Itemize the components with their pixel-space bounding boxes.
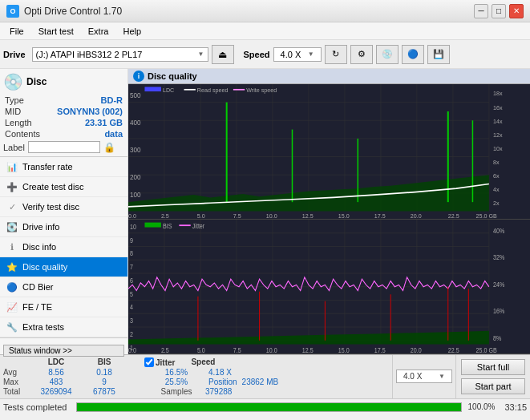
total-ldc: 3269094 xyxy=(32,387,80,396)
svg-text:2: 2 xyxy=(130,330,133,338)
bis-chart: 10 9 8 7 6 5 4 3 2 1 40% 32% 24% 16% 8% xyxy=(128,220,530,355)
svg-text:2.5: 2.5 xyxy=(161,212,169,218)
svg-text:7.5: 7.5 xyxy=(233,346,241,353)
refresh-button[interactable]: ↻ xyxy=(325,45,347,64)
disc2-button[interactable]: 🔵 xyxy=(402,45,424,64)
save-button[interactable]: 💾 xyxy=(427,45,450,64)
main-layout: 💿 Disc Type BD-R MID SONYNN3 (002) Lengt… xyxy=(0,69,530,354)
quality-icon: ⭐ xyxy=(6,261,18,273)
title-bar: O Opti Drive Control 1.70 ─ □ ✕ xyxy=(0,0,530,22)
svg-text:24%: 24% xyxy=(493,281,504,289)
ldc-chart-svg: 500 400 300 200 100 18x 16x 14x 12x 10x … xyxy=(128,84,530,219)
jitter-checkbox[interactable] xyxy=(144,357,154,367)
eject-icon: ⏏ xyxy=(218,49,227,60)
position-label: Position xyxy=(208,378,237,386)
status-bar: Tests completed 100.0% 33:15 xyxy=(0,398,530,414)
drive-dropdown[interactable]: (J:) ATAPI iHBS312 2 PL17 ▼ xyxy=(32,47,208,62)
sidebar-item-cd-bier[interactable]: 🔵 CD Bier xyxy=(0,277,127,297)
svg-text:20.0: 20.0 xyxy=(411,212,422,218)
sidebar-item-disc-quality[interactable]: ⭐ Disc quality xyxy=(0,257,127,277)
sidebar: 💿 Disc Type BD-R MID SONYNN3 (002) Lengt… xyxy=(0,69,128,354)
ldc-chart: 500 400 300 200 100 18x 16x 14x 12x 10x … xyxy=(128,84,530,220)
sidebar-label-drive-info: Drive info xyxy=(22,222,59,232)
disc-type-label: Type xyxy=(5,95,24,105)
sidebar-label-verify-test-disc: Verify test disc xyxy=(22,202,79,212)
avg-jitter: 16.5% xyxy=(152,368,200,377)
sidebar-item-disc-info[interactable]: ℹ Disc info xyxy=(0,237,127,257)
disc-length-label: Length xyxy=(5,118,32,127)
sidebar-item-transfer-rate[interactable]: 📊 Transfer rate xyxy=(0,157,127,177)
progress-text: 100.0% xyxy=(468,402,496,411)
svg-text:2x: 2x xyxy=(493,199,500,206)
drive-icon: 💽 xyxy=(6,221,18,232)
stats-header-empty xyxy=(3,357,32,367)
max-label: Max xyxy=(3,378,32,386)
sidebar-item-verify-test-disc[interactable]: ✓ Verify test disc xyxy=(0,197,127,217)
svg-text:400: 400 xyxy=(130,119,141,127)
disc-type-value: BD-R xyxy=(101,95,123,105)
nav-items: 📊 Transfer rate ➕ Create test disc ✓ Ver… xyxy=(0,157,127,337)
svg-text:Read speed: Read speed xyxy=(197,87,229,94)
menu-help[interactable]: Help xyxy=(116,25,148,38)
svg-text:5.0: 5.0 xyxy=(197,346,206,353)
svg-text:10: 10 xyxy=(130,223,137,231)
content-area: i Disc quality xyxy=(128,69,530,354)
start-part-button[interactable]: Start part xyxy=(461,378,525,394)
stats-max-row: Max 483 9 25.5% Position 23862 MB xyxy=(3,378,389,386)
svg-text:4x: 4x xyxy=(493,185,500,192)
panel-title: Disc quality xyxy=(148,71,197,81)
speed-dropdown[interactable]: 4.0 X ▼ xyxy=(273,47,322,62)
start-full-button[interactable]: Start full xyxy=(461,359,525,375)
sidebar-label-fe-te: FE / TE xyxy=(22,302,52,312)
sidebar-item-create-test-disc[interactable]: ➕ Create test disc xyxy=(0,177,127,197)
avg-ldc: 8.56 xyxy=(32,368,80,377)
action-buttons: Start full Start part xyxy=(455,355,530,398)
status-text: Tests completed xyxy=(3,402,67,412)
sidebar-item-drive-info[interactable]: 💽 Drive info xyxy=(0,217,127,237)
maximize-button[interactable]: □ xyxy=(492,4,506,18)
svg-text:22.5: 22.5 xyxy=(448,212,459,218)
chevron-down-icon: ▼ xyxy=(198,50,204,58)
sidebar-item-fe-te[interactable]: 📈 FE / TE xyxy=(0,297,127,317)
sidebar-label-cd-bier: CD Bier xyxy=(22,282,54,292)
window-controls: ─ □ ✕ xyxy=(474,4,524,18)
sidebar-item-extra-tests[interactable]: 🔧 Extra tests xyxy=(0,317,127,337)
max-ldc: 483 xyxy=(32,378,80,386)
toolbar: Drive (J:) ATAPI iHBS312 2 PL17 ▼ ⏏ Spee… xyxy=(0,40,530,69)
svg-text:3: 3 xyxy=(130,317,133,325)
disc-length-value: 23.31 GB xyxy=(85,118,123,127)
disc1-button[interactable]: 💿 xyxy=(376,45,399,64)
svg-text:17.5: 17.5 xyxy=(374,212,386,218)
bis-chart-svg: 10 9 8 7 6 5 4 3 2 1 40% 32% 24% 16% 8% xyxy=(128,220,530,354)
sidebar-label-disc-info: Disc info xyxy=(22,242,56,252)
stats-avg-row: Avg 8.56 0.18 16.5% 4.18 X xyxy=(3,368,389,377)
menu-extra[interactable]: Extra xyxy=(82,25,115,38)
disc-panel: 💿 Disc Type BD-R MID SONYNN3 (002) Lengt… xyxy=(0,69,127,157)
disc-length-row: Length 23.31 GB xyxy=(3,117,124,128)
svg-rect-107 xyxy=(144,222,160,227)
verify-icon: ✓ xyxy=(6,201,18,212)
extra-icon: 🔧 xyxy=(6,321,18,333)
quality-header-icon: i xyxy=(133,71,144,82)
progress-bar-fill xyxy=(77,403,460,411)
svg-text:Jitter: Jitter xyxy=(192,222,205,230)
avg-label: Avg xyxy=(3,368,32,377)
settings-button[interactable]: ⚙ xyxy=(350,45,373,64)
stats-speed-dropdown[interactable]: 4.0 X ▼ xyxy=(396,370,452,383)
stats-buttons-row: LDC BIS Jitter Speed Avg 8.56 0.18 16.5%… xyxy=(0,355,530,398)
svg-text:LDC: LDC xyxy=(163,87,175,94)
disc-label-input[interactable] xyxy=(28,141,100,153)
stats-header-bis: BIS xyxy=(80,357,128,367)
menu-file[interactable]: File xyxy=(3,25,30,38)
menu-start-test[interactable]: Start test xyxy=(32,25,80,38)
minimize-button[interactable]: ─ xyxy=(474,4,488,18)
eject-button[interactable]: ⏏ xyxy=(212,45,234,64)
disc-header: 💿 Disc xyxy=(3,72,124,91)
speed-value: 4.0 X xyxy=(281,50,301,59)
close-button[interactable]: ✕ xyxy=(509,4,524,18)
svg-rect-48 xyxy=(144,87,160,91)
svg-text:Write speed: Write speed xyxy=(246,87,277,94)
bottom-area: LDC BIS Jitter Speed Avg 8.56 0.18 16.5%… xyxy=(0,354,530,398)
position-value: 23862 MB xyxy=(242,378,279,386)
disc-contents-label: Contents xyxy=(5,129,40,139)
